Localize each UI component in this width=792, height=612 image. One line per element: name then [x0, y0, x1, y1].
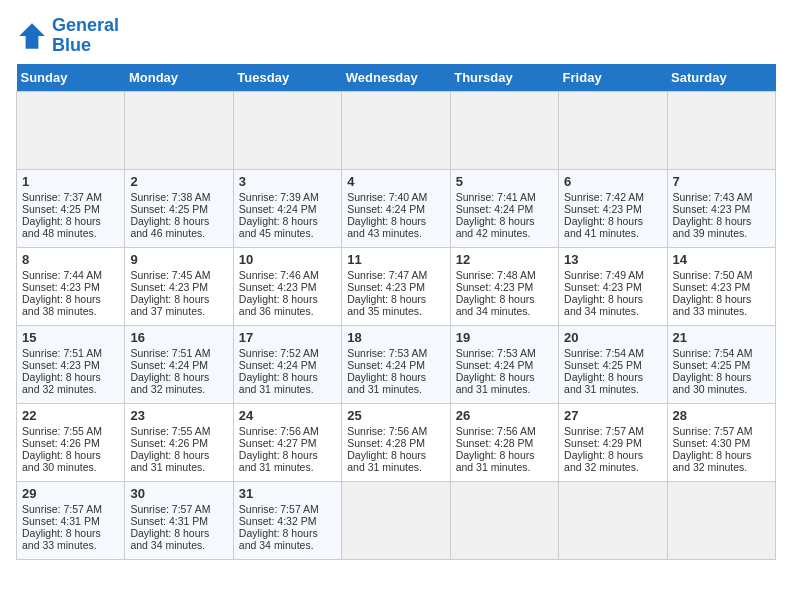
daylight-text: Daylight: 8 hours and 37 minutes. — [130, 293, 227, 317]
logo-text: General Blue — [52, 16, 119, 56]
calendar-table: SundayMondayTuesdayWednesdayThursdayFrid… — [16, 64, 776, 560]
calendar-cell — [450, 481, 558, 559]
day-number: 28 — [673, 408, 770, 423]
day-number: 17 — [239, 330, 336, 345]
calendar-cell — [559, 481, 667, 559]
daylight-text: Daylight: 8 hours and 31 minutes. — [456, 449, 553, 473]
daylight-text: Daylight: 8 hours and 31 minutes. — [347, 449, 444, 473]
daylight-text: Daylight: 8 hours and 45 minutes. — [239, 215, 336, 239]
logo-icon — [16, 20, 48, 52]
sunset-text: Sunset: 4:27 PM — [239, 437, 336, 449]
sunrise-text: Sunrise: 7:39 AM — [239, 191, 336, 203]
sunrise-text: Sunrise: 7:51 AM — [130, 347, 227, 359]
calendar-cell: 24Sunrise: 7:56 AMSunset: 4:27 PMDayligh… — [233, 403, 341, 481]
calendar-cell: 15Sunrise: 7:51 AMSunset: 4:23 PMDayligh… — [17, 325, 125, 403]
sunrise-text: Sunrise: 7:42 AM — [564, 191, 661, 203]
calendar-cell: 30Sunrise: 7:57 AMSunset: 4:31 PMDayligh… — [125, 481, 233, 559]
day-number: 18 — [347, 330, 444, 345]
calendar-cell: 14Sunrise: 7:50 AMSunset: 4:23 PMDayligh… — [667, 247, 775, 325]
daylight-text: Daylight: 8 hours and 34 minutes. — [564, 293, 661, 317]
day-number: 7 — [673, 174, 770, 189]
calendar-cell: 16Sunrise: 7:51 AMSunset: 4:24 PMDayligh… — [125, 325, 233, 403]
daylight-text: Daylight: 8 hours and 48 minutes. — [22, 215, 119, 239]
daylight-text: Daylight: 8 hours and 34 minutes. — [456, 293, 553, 317]
daylight-text: Daylight: 8 hours and 31 minutes. — [456, 371, 553, 395]
calendar-cell: 5Sunrise: 7:41 AMSunset: 4:24 PMDaylight… — [450, 169, 558, 247]
sunrise-text: Sunrise: 7:56 AM — [239, 425, 336, 437]
sunrise-text: Sunrise: 7:50 AM — [673, 269, 770, 281]
daylight-text: Daylight: 8 hours and 32 minutes. — [564, 449, 661, 473]
sunrise-text: Sunrise: 7:57 AM — [564, 425, 661, 437]
day-number: 31 — [239, 486, 336, 501]
calendar-week-row: 1Sunrise: 7:37 AMSunset: 4:25 PMDaylight… — [17, 169, 776, 247]
sunrise-text: Sunrise: 7:48 AM — [456, 269, 553, 281]
day-number: 4 — [347, 174, 444, 189]
calendar-cell: 31Sunrise: 7:57 AMSunset: 4:32 PMDayligh… — [233, 481, 341, 559]
sunset-text: Sunset: 4:24 PM — [347, 203, 444, 215]
calendar-cell: 3Sunrise: 7:39 AMSunset: 4:24 PMDaylight… — [233, 169, 341, 247]
calendar-cell: 9Sunrise: 7:45 AMSunset: 4:23 PMDaylight… — [125, 247, 233, 325]
day-number: 20 — [564, 330, 661, 345]
sunset-text: Sunset: 4:32 PM — [239, 515, 336, 527]
sunset-text: Sunset: 4:23 PM — [239, 281, 336, 293]
day-header-thursday: Thursday — [450, 64, 558, 92]
calendar-cell: 6Sunrise: 7:42 AMSunset: 4:23 PMDaylight… — [559, 169, 667, 247]
day-header-saturday: Saturday — [667, 64, 775, 92]
daylight-text: Daylight: 8 hours and 33 minutes. — [673, 293, 770, 317]
daylight-text: Daylight: 8 hours and 42 minutes. — [456, 215, 553, 239]
sunset-text: Sunset: 4:24 PM — [239, 203, 336, 215]
daylight-text: Daylight: 8 hours and 39 minutes. — [673, 215, 770, 239]
sunset-text: Sunset: 4:23 PM — [130, 281, 227, 293]
logo: General Blue — [16, 16, 119, 56]
sunrise-text: Sunrise: 7:51 AM — [22, 347, 119, 359]
svg-marker-0 — [19, 23, 45, 49]
sunset-text: Sunset: 4:24 PM — [239, 359, 336, 371]
day-number: 1 — [22, 174, 119, 189]
sunrise-text: Sunrise: 7:41 AM — [456, 191, 553, 203]
sunset-text: Sunset: 4:23 PM — [564, 281, 661, 293]
calendar-cell: 28Sunrise: 7:57 AMSunset: 4:30 PMDayligh… — [667, 403, 775, 481]
calendar-week-row: 22Sunrise: 7:55 AMSunset: 4:26 PMDayligh… — [17, 403, 776, 481]
daylight-text: Daylight: 8 hours and 31 minutes. — [239, 449, 336, 473]
sunset-text: Sunset: 4:29 PM — [564, 437, 661, 449]
calendar-week-row: 15Sunrise: 7:51 AMSunset: 4:23 PMDayligh… — [17, 325, 776, 403]
day-number: 3 — [239, 174, 336, 189]
sunset-text: Sunset: 4:24 PM — [456, 203, 553, 215]
sunrise-text: Sunrise: 7:55 AM — [130, 425, 227, 437]
sunrise-text: Sunrise: 7:52 AM — [239, 347, 336, 359]
sunrise-text: Sunrise: 7:57 AM — [22, 503, 119, 515]
sunrise-text: Sunrise: 7:57 AM — [239, 503, 336, 515]
daylight-text: Daylight: 8 hours and 31 minutes. — [564, 371, 661, 395]
calendar-week-row — [17, 91, 776, 169]
daylight-text: Daylight: 8 hours and 34 minutes. — [130, 527, 227, 551]
day-number: 23 — [130, 408, 227, 423]
sunrise-text: Sunrise: 7:45 AM — [130, 269, 227, 281]
calendar-cell: 8Sunrise: 7:44 AMSunset: 4:23 PMDaylight… — [17, 247, 125, 325]
day-header-wednesday: Wednesday — [342, 64, 450, 92]
day-number: 2 — [130, 174, 227, 189]
daylight-text: Daylight: 8 hours and 38 minutes. — [22, 293, 119, 317]
sunrise-text: Sunrise: 7:57 AM — [130, 503, 227, 515]
calendar-header-row: SundayMondayTuesdayWednesdayThursdayFrid… — [17, 64, 776, 92]
sunset-text: Sunset: 4:23 PM — [22, 281, 119, 293]
calendar-cell: 25Sunrise: 7:56 AMSunset: 4:28 PMDayligh… — [342, 403, 450, 481]
calendar-cell: 11Sunrise: 7:47 AMSunset: 4:23 PMDayligh… — [342, 247, 450, 325]
calendar-cell: 2Sunrise: 7:38 AMSunset: 4:25 PMDaylight… — [125, 169, 233, 247]
day-number: 27 — [564, 408, 661, 423]
day-number: 12 — [456, 252, 553, 267]
day-number: 30 — [130, 486, 227, 501]
sunrise-text: Sunrise: 7:49 AM — [564, 269, 661, 281]
calendar-week-row: 8Sunrise: 7:44 AMSunset: 4:23 PMDaylight… — [17, 247, 776, 325]
sunrise-text: Sunrise: 7:40 AM — [347, 191, 444, 203]
daylight-text: Daylight: 8 hours and 32 minutes. — [673, 449, 770, 473]
calendar-cell — [450, 91, 558, 169]
sunset-text: Sunset: 4:23 PM — [347, 281, 444, 293]
day-header-sunday: Sunday — [17, 64, 125, 92]
sunset-text: Sunset: 4:25 PM — [673, 359, 770, 371]
day-header-monday: Monday — [125, 64, 233, 92]
sunrise-text: Sunrise: 7:43 AM — [673, 191, 770, 203]
sunset-text: Sunset: 4:26 PM — [22, 437, 119, 449]
daylight-text: Daylight: 8 hours and 30 minutes. — [673, 371, 770, 395]
calendar-cell: 12Sunrise: 7:48 AMSunset: 4:23 PMDayligh… — [450, 247, 558, 325]
sunset-text: Sunset: 4:24 PM — [347, 359, 444, 371]
